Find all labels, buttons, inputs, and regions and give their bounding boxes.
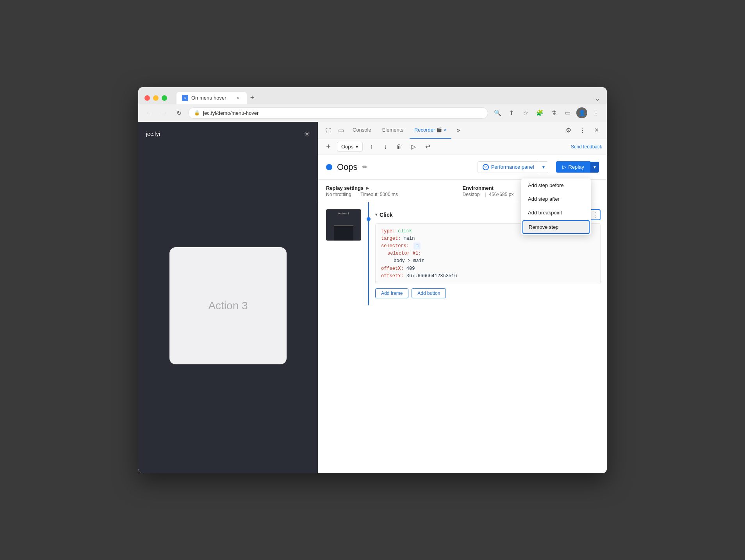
recording-selector-arrow: ▾ <box>356 144 358 150</box>
step-thumbnail: Action 1 <box>326 209 361 241</box>
send-feedback-link[interactable]: Send feedback <box>571 144 602 150</box>
refresh-button[interactable]: ↻ <box>173 107 184 118</box>
recording-status-dot <box>326 164 332 170</box>
replay-settings-title[interactable]: Replay settings ▶ <box>326 185 463 191</box>
maximize-button[interactable] <box>162 95 167 101</box>
devtools-close-button[interactable]: × <box>591 125 602 136</box>
step-timeline-dot <box>367 217 371 221</box>
browser-window: R On menu hover × + ⌄ ← → ↻ 🔒 jec.fyi/de… <box>138 87 607 473</box>
traffic-lights <box>144 95 167 101</box>
tab-bar: R On menu hover × + ⌄ <box>176 92 601 104</box>
env-divider: | <box>485 192 486 197</box>
step-thumb-shape <box>334 225 353 241</box>
replay-button[interactable]: ▷ Replay ▾ <box>556 161 599 173</box>
add-frame-button[interactable]: Add frame <box>375 288 408 298</box>
profile-button[interactable]: 👤 <box>576 107 587 118</box>
replay-dropdown-button[interactable]: ▾ <box>590 162 599 173</box>
lock-icon: 🔒 <box>194 110 200 116</box>
more-options-icon[interactable]: ⋮ <box>590 107 601 118</box>
selector-value: body > main <box>394 258 424 264</box>
address-bar[interactable]: 🔒 jec.fyi/demo/menu-hover <box>188 107 488 119</box>
settings-left: Replay settings ▶ No throttling | Timeou… <box>326 185 463 197</box>
import-recording-button[interactable]: ↓ <box>380 141 391 152</box>
recording-name: Oops <box>337 162 358 172</box>
delete-recording-button[interactable]: 🗑 <box>394 141 405 152</box>
devtools-more-icon[interactable]: ⋮ <box>577 125 588 136</box>
theme-toggle-icon[interactable]: ☀ <box>304 130 310 138</box>
tab-console[interactable]: Console <box>348 121 376 139</box>
context-menu: Add step before Add step after Add break… <box>521 178 591 235</box>
selector-icon[interactable]: ⬚ <box>413 243 421 250</box>
address-text: jec.fyi/demo/menu-hover <box>203 110 482 116</box>
more-devtools-tabs-button[interactable]: » <box>453 125 464 136</box>
offsety-key: offsetY: <box>381 273 404 279</box>
replay-main-button[interactable]: ▷ Replay <box>556 161 590 173</box>
add-recording-button[interactable]: + <box>323 141 334 152</box>
active-tab[interactable]: R On menu hover × <box>176 92 247 104</box>
context-menu-remove-step[interactable]: Remove step <box>522 220 590 234</box>
step-thumb-label: Action 1 <box>338 212 349 215</box>
step-target-row: target: main <box>381 235 595 243</box>
context-menu-add-step-before[interactable]: Add step before <box>521 178 591 192</box>
search-icon[interactable]: 🔍 <box>492 107 503 118</box>
context-menu-add-step-after[interactable]: Add step after <box>521 192 591 206</box>
perf-panel-main[interactable]: ↻ Performance panel <box>478 162 539 173</box>
bookmark-icon[interactable]: ☆ <box>520 107 531 118</box>
extensions-icon[interactable]: 🧩 <box>534 107 545 118</box>
step-selector-num-row: selector #1: <box>381 250 595 257</box>
tab-close-button[interactable]: × <box>235 95 241 101</box>
device-mode-icon[interactable]: ▭ <box>335 125 346 136</box>
tab-favicon: R <box>182 95 188 101</box>
throttling-label: No throttling <box>326 192 351 197</box>
slow-replay-button[interactable]: ▷ <box>408 141 419 152</box>
edit-recording-button[interactable]: ↩ <box>422 141 433 152</box>
step-title[interactable]: ▾ Click <box>375 212 392 218</box>
page-title: jec.fyi <box>146 131 160 137</box>
recording-selector[interactable]: Oops ▾ <box>337 142 363 152</box>
target-value: main <box>404 236 415 241</box>
close-button[interactable] <box>144 95 150 101</box>
offsety-value: 367.66666412353516 <box>406 273 457 279</box>
edit-name-icon[interactable]: ✏ <box>362 163 367 171</box>
recorder-dot-icon: 🎬 <box>437 127 442 132</box>
recorder-tab-close[interactable]: × <box>444 127 447 133</box>
nav-bar: ← → ↻ 🔒 jec.fyi/demo/menu-hover 🔍 ⬆ ☆ 🧩 … <box>138 104 607 122</box>
title-bar: R On menu hover × + ⌄ <box>138 87 607 104</box>
recorder-toolbar: + Oops ▾ ↑ ↓ 🗑 ▷ ↩ Send feedback <box>318 139 607 155</box>
minimize-button[interactable] <box>153 95 159 101</box>
perf-panel-icon: ↻ <box>483 164 489 170</box>
type-value: click <box>398 228 412 234</box>
forward-button[interactable]: → <box>159 107 169 118</box>
devtools-settings-icon[interactable]: ⚙ <box>563 125 574 136</box>
inspect-element-icon[interactable]: ⬚ <box>323 125 334 136</box>
more-tabs-button[interactable]: ⌄ <box>595 94 601 103</box>
tab-elements[interactable]: Elements <box>378 121 408 139</box>
context-menu-add-breakpoint[interactable]: Add breakpoint <box>521 206 591 219</box>
step-selectors-row: selectors: ⬚ <box>381 243 595 250</box>
devtools-header: ⬚ ▭ Console Elements Recorder 🎬 × » <box>318 122 607 139</box>
timeout-label: Timeout: 5000 ms <box>360 192 398 197</box>
add-button-button[interactable]: Add button <box>412 288 446 298</box>
settings-sub: No throttling | Timeout: 5000 ms <box>326 192 463 197</box>
step-action-label: Click <box>380 212 392 218</box>
share-icon[interactable]: ⬆ <box>506 107 517 118</box>
new-tab-button[interactable]: + <box>247 93 258 103</box>
back-button[interactable]: ← <box>144 107 155 118</box>
sidebar-icon[interactable]: ▭ <box>562 107 573 118</box>
export-recording-button[interactable]: ↑ <box>366 141 377 152</box>
step-menu-button[interactable]: ⋮ <box>590 209 601 220</box>
page-title-bar: jec.fyi ☀ <box>146 130 310 138</box>
recorder-content: Oops ✏ ↻ Performance panel ▾ ▷ Replay <box>318 155 607 473</box>
performance-panel-button[interactable]: ↻ Performance panel ▾ <box>478 161 548 173</box>
step-actions: Add frame Add button <box>375 288 601 298</box>
action-card: Action 3 <box>169 247 287 364</box>
viewport-label: 456×685 px <box>489 192 513 197</box>
action-card-text: Action 3 <box>208 300 248 312</box>
perf-panel-dropdown[interactable]: ▾ <box>539 162 548 172</box>
devtools-panel: ⬚ ▭ Console Elements Recorder 🎬 × » <box>318 122 607 473</box>
nav-icons: 🔍 ⬆ ☆ 🧩 ⚗ ▭ 👤 ⋮ <box>492 107 601 118</box>
tab-recorder[interactable]: Recorder 🎬 × <box>410 121 451 139</box>
replay-play-icon: ▷ <box>562 164 566 170</box>
flask-icon[interactable]: ⚗ <box>548 107 559 118</box>
step-offsetx-row: offsetX: 409 <box>381 265 595 273</box>
